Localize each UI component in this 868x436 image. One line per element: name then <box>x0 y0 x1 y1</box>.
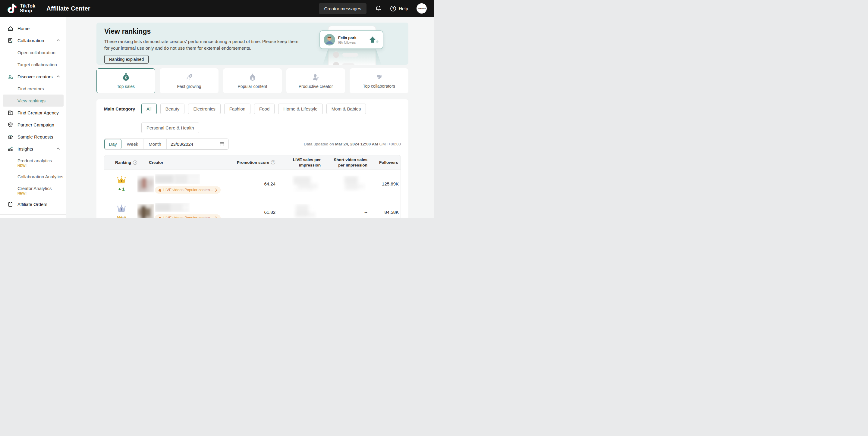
date-picker[interactable]: 23/03/2024 <box>167 139 228 149</box>
svg-text:?: ? <box>392 7 394 10</box>
followers-value: 84.58K <box>367 209 401 215</box>
data-updated-text: Data updated on Mar 24, 2024 12:00 AM GM… <box>304 142 401 146</box>
col-ranking: Ranking ? <box>104 160 137 165</box>
sidebar-item-product-analytics[interactable]: Product analytics NEW! <box>0 155 66 170</box>
partner-campaign-icon <box>7 122 13 128</box>
category-chip-mom-babies[interactable]: Mom & Babies <box>327 104 366 114</box>
sample-requests-icon <box>7 134 13 140</box>
rank-movement-new: New <box>117 215 126 218</box>
help-icon: ? <box>390 5 396 12</box>
col-short-video-sales: Short video sales per impression <box>321 157 367 168</box>
notifications-bell-icon[interactable] <box>375 5 381 12</box>
svg-text:?: ? <box>272 161 274 164</box>
rank-cell: 2 New <box>104 204 137 218</box>
sidebar-item-discover-creators[interactable]: Discover creators <box>0 70 66 82</box>
rank-movement-up: 1 <box>118 187 124 192</box>
chevron-up-icon <box>56 147 60 151</box>
view-rankings-banner: View rankings These ranking lists demons… <box>96 23 408 65</box>
sidebar-nav: Home Collaboration Open collaboration Ta… <box>0 17 66 218</box>
new-badge: NEW! <box>18 164 66 167</box>
rankings-table: Ranking ? Creator Promotion score ? LIVE… <box>104 155 401 218</box>
ranking-help-icon[interactable]: ? <box>133 160 137 165</box>
category-chip-home-lifestyle[interactable]: Home & Lifestyle <box>278 104 322 114</box>
category-chip-food[interactable]: Food <box>254 104 275 114</box>
category-chip-all[interactable]: All <box>141 104 157 114</box>
collaboration-icon <box>7 37 13 43</box>
sidebar-item-view-rankings[interactable]: View rankings <box>3 95 64 107</box>
up-arrow-icon <box>369 36 379 44</box>
category-chip-personal-care-health[interactable]: Personal Care & Health <box>141 123 199 133</box>
table-row[interactable]: 1 1 LIVE videos Popular conten... <box>104 170 401 198</box>
help-menu[interactable]: ? Help <box>390 5 408 12</box>
date-value: 23/03/2024 <box>170 141 193 147</box>
up-triangle-icon <box>118 188 121 190</box>
sidebar-item-partner-campaign[interactable]: Partner Campaign <box>0 119 66 131</box>
redacted-creator-name <box>155 174 200 184</box>
felix-avatar <box>324 34 335 45</box>
sidebar-item-affiliate-orders[interactable]: Affiliate Orders <box>0 198 66 210</box>
flame-tag-icon <box>158 188 161 192</box>
creator-label-tag[interactable]: LIVE videos Popular conten... <box>155 187 221 194</box>
col-promotion-score: Promotion score ? <box>227 160 276 165</box>
redacted-avatar <box>137 204 154 218</box>
ranking-type-tabs: $ Top sales Fast growing Popular content… <box>96 68 408 93</box>
insights-icon <box>7 146 13 152</box>
updated-datetime: Mar 24, 2024 12:00 AM <box>335 142 378 146</box>
rank-cell: 1 1 <box>104 176 137 192</box>
felix-park-card: Felix park 99k followers <box>319 30 383 49</box>
creator-messages-button[interactable]: Creator messages <box>319 3 367 14</box>
sidebar-item-collaboration[interactable]: Collaboration <box>0 34 66 46</box>
sidebar-item-collaboration-analytics[interactable]: Collaboration Analytics <box>0 170 66 182</box>
category-chip-electronics[interactable]: Electronics <box>188 104 220 114</box>
ranking-explained-button[interactable]: Ranking explained <box>104 55 149 64</box>
rank-number: 1 <box>121 179 122 183</box>
col-creator: Creator <box>137 160 227 165</box>
creator-cell: LIVE videos Popular conten... <box>137 174 227 194</box>
discover-creators-icon <box>7 73 13 79</box>
calendar-icon <box>219 141 224 147</box>
tab-popular-content[interactable]: Popular content <box>223 68 282 93</box>
sidebar-item-find-creators[interactable]: Find creators <box>0 82 66 95</box>
creator-agency-icon <box>7 110 13 115</box>
table-row[interactable]: 2 New LIVE videos Popular conten... <box>104 198 401 218</box>
sidebar-item-home[interactable]: Home <box>0 22 66 34</box>
creator-label-tag[interactable]: LIVE videos Popular conten... <box>155 214 221 218</box>
promotion-score-help-icon[interactable]: ? <box>271 160 276 165</box>
tiktok-note-icon <box>7 4 17 13</box>
sidebar-item-target-collaboration[interactable]: Target collaboration <box>0 59 66 70</box>
redacted-creator-name <box>155 203 190 212</box>
promotion-score-value: 61.82 <box>227 209 276 215</box>
money-bag-icon: $ <box>122 73 130 81</box>
rankings-illustration: Felix park 99k followers <box>319 23 392 65</box>
period-month[interactable]: Month <box>144 139 167 149</box>
account-avatar[interactable]: eibertron <box>416 3 427 13</box>
creator-cell: LIVE videos Popular conten... <box>137 203 227 218</box>
affiliate-center-app: TikTok Shop Affiliate Center Creator mes… <box>0 0 434 218</box>
sidebar-item-insights[interactable]: Insights <box>0 143 66 155</box>
sidebar-divider <box>0 214 66 215</box>
help-label: Help <box>399 6 408 11</box>
sidebar-item-open-collaboration[interactable]: Open collaboration <box>0 46 66 59</box>
category-chip-beauty[interactable]: Beauty <box>160 104 185 114</box>
table-header-row: Ranking ? Creator Promotion score ? LIVE… <box>104 155 401 170</box>
tab-productive-creator[interactable]: Productive creator <box>286 68 345 93</box>
sidebar-item-find-creator-agency[interactable]: Find Creator Agency <box>0 107 66 119</box>
new-badge: NEW! <box>18 192 66 195</box>
brand-wordmark: TikTok Shop <box>20 4 35 13</box>
sidebar-item-creator-analytics[interactable]: Creator Analytics NEW! <box>0 182 66 198</box>
tab-top-sales[interactable]: $ Top sales <box>96 68 155 93</box>
tiktok-shop-logo[interactable]: TikTok Shop <box>7 4 35 13</box>
illustration-list <box>333 52 372 65</box>
svg-text:$: $ <box>125 76 127 80</box>
short-video-sales-redacted <box>321 175 367 192</box>
category-filter-label: Main Category <box>104 104 141 133</box>
tab-fast-growing[interactable]: Fast growing <box>160 68 218 93</box>
period-day[interactable]: Day <box>104 139 122 149</box>
sidebar-item-sample-requests[interactable]: Sample Requests <box>0 131 66 143</box>
tab-top-collaborators[interactable]: Top collaborators <box>350 68 408 93</box>
live-sales-redacted <box>276 175 321 192</box>
period-week[interactable]: Week <box>122 139 144 149</box>
category-chip-fashion[interactable]: Fashion <box>224 104 250 114</box>
handshake-icon <box>375 73 384 81</box>
period-filter-row: Day Week Month 23/03/2024 Data updated o… <box>104 138 401 149</box>
